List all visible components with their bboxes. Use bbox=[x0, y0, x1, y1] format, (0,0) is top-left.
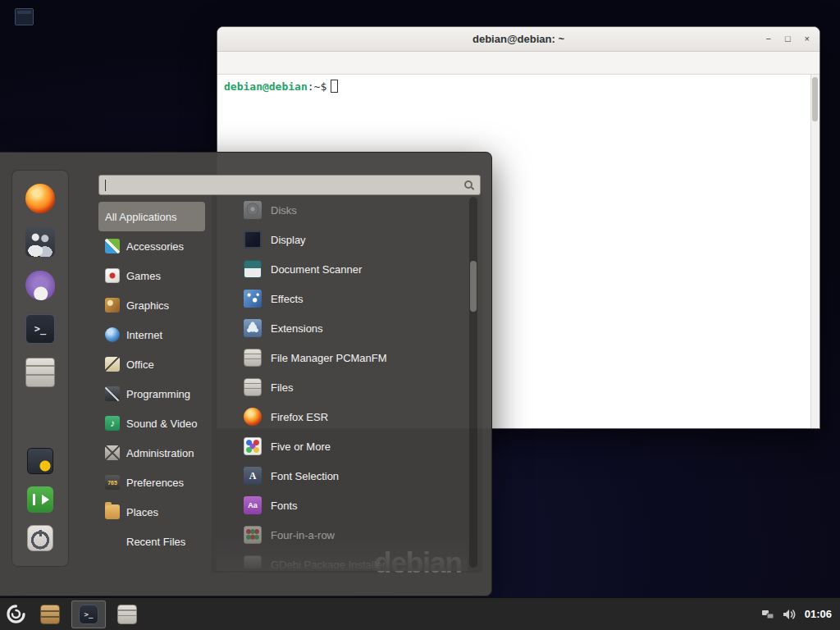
search-icon bbox=[464, 180, 472, 189]
search-box bbox=[98, 175, 481, 195]
category-label: Games bbox=[126, 270, 161, 282]
app-firefox[interactable]: Firefox ESR bbox=[217, 402, 468, 431]
app-label: Font Selection bbox=[271, 470, 339, 482]
category-label: Places bbox=[126, 506, 158, 518]
maximize-button[interactable]: □ bbox=[785, 34, 791, 43]
category-games[interactable]: Games bbox=[98, 261, 205, 290]
minimize-button[interactable]: − bbox=[765, 34, 770, 43]
category-label: Sound & Video bbox=[126, 418, 198, 430]
favorite-pidgin[interactable] bbox=[25, 271, 55, 300]
category-label: Graphics bbox=[126, 299, 169, 312]
prompt-path: :~$ bbox=[308, 80, 326, 93]
firefox-icon bbox=[25, 184, 55, 213]
window-title: debian@debian: ~ bbox=[472, 33, 564, 45]
app-label: Display bbox=[271, 234, 306, 246]
app-files[interactable]: Files bbox=[217, 372, 468, 402]
app-display[interactable]: Display bbox=[217, 225, 468, 254]
category-accessories[interactable]: Accessories bbox=[98, 231, 205, 261]
category-label: All Applications bbox=[105, 211, 176, 223]
category-label: Administration bbox=[126, 447, 194, 459]
category-label: Recent Files bbox=[126, 536, 185, 548]
app-label: Effects bbox=[271, 293, 304, 305]
favorite-contacts[interactable] bbox=[25, 227, 55, 257]
app-fiveormore[interactable]: Five or More bbox=[217, 431, 468, 461]
category-soundvideo[interactable]: Sound & Video bbox=[98, 409, 205, 438]
category-list: All Applications Accessories Games Graph… bbox=[98, 202, 205, 556]
games-icon bbox=[105, 268, 120, 283]
log-out-icon bbox=[27, 486, 53, 513]
session-buttons bbox=[27, 448, 53, 551]
category-graphics[interactable]: Graphics bbox=[98, 290, 205, 320]
display-icon bbox=[244, 231, 262, 249]
session-button-lock-screen[interactable] bbox=[27, 448, 53, 474]
programming-icon bbox=[105, 386, 120, 401]
menu-file[interactable] bbox=[222, 61, 237, 66]
app-pcmanfm[interactable]: File Manager PCManFM bbox=[217, 343, 468, 372]
category-office[interactable]: Office bbox=[98, 349, 205, 379]
app-gdebi[interactable]: GDebi Package Installer bbox=[217, 550, 468, 568]
app-label: GDebi Package Installer bbox=[271, 559, 386, 569]
app-label: Extensions bbox=[271, 322, 323, 335]
taskbar: 01:06 bbox=[0, 597, 840, 630]
terminal-titlebar[interactable]: debian@debian: ~ − □ × bbox=[217, 27, 819, 52]
category-all-applications[interactable]: All Applications bbox=[98, 202, 205, 231]
favorite-terminal[interactable] bbox=[25, 314, 55, 344]
menu-search[interactable] bbox=[272, 61, 286, 66]
menu-edit[interactable] bbox=[239, 61, 253, 66]
app-scanner[interactable]: Document Scanner bbox=[217, 254, 468, 284]
category-administration[interactable]: Administration bbox=[98, 438, 205, 468]
app-label: File Manager PCManFM bbox=[271, 352, 387, 364]
terminal-scrollbar[interactable] bbox=[810, 75, 819, 428]
app-list: Disks Display Document Scanner Effects E… bbox=[217, 195, 468, 568]
search-input[interactable] bbox=[99, 176, 480, 194]
taskbar-launcher-file-manager[interactable] bbox=[33, 600, 67, 628]
category-preferences[interactable]: Preferences bbox=[98, 468, 205, 497]
category-recent-files[interactable]: Recent Files bbox=[98, 527, 205, 556]
volume-icon[interactable] bbox=[783, 609, 797, 620]
favorite-firefox[interactable] bbox=[25, 184, 55, 213]
fonts-icon bbox=[244, 496, 262, 514]
firefox-icon bbox=[244, 408, 262, 426]
scanner-icon bbox=[244, 260, 262, 278]
session-button-log-out[interactable] bbox=[27, 486, 53, 513]
app-fonts[interactable]: Fonts bbox=[217, 491, 468, 520]
close-button[interactable]: × bbox=[805, 34, 810, 43]
app-list-scrollbar[interactable] bbox=[469, 197, 477, 568]
disks-icon bbox=[244, 201, 262, 219]
menu-help[interactable] bbox=[304, 61, 319, 66]
session-button-shut-down[interactable] bbox=[27, 525, 53, 551]
fontselection-icon bbox=[244, 467, 262, 485]
taskbar-launcher-terminal[interactable] bbox=[71, 600, 106, 628]
category-label: Internet bbox=[126, 329, 162, 341]
app-label: Firefox ESR bbox=[271, 411, 328, 423]
fiveormore-icon bbox=[244, 437, 262, 455]
menu-view[interactable] bbox=[255, 61, 270, 66]
files-icon bbox=[117, 605, 137, 624]
app-extensions[interactable]: Extensions bbox=[217, 313, 468, 343]
app-fontselection[interactable]: Font Selection bbox=[217, 461, 468, 491]
menu-terminal[interactable] bbox=[288, 61, 303, 66]
network-icon[interactable] bbox=[761, 609, 774, 620]
category-programming[interactable]: Programming bbox=[98, 379, 205, 409]
category-label: Programming bbox=[126, 388, 190, 400]
terminal-menubar bbox=[217, 52, 819, 75]
taskbar-launcher-files[interactable] bbox=[110, 600, 144, 628]
application-menu: debian bbox=[0, 152, 492, 596]
favorite-file-manager[interactable] bbox=[25, 358, 55, 387]
favorites-list bbox=[25, 184, 55, 387]
app-effects[interactable]: Effects bbox=[217, 284, 468, 313]
app-list-scrollbar-thumb[interactable] bbox=[470, 261, 477, 312]
file-manager-icon bbox=[25, 358, 55, 387]
menu-button[interactable] bbox=[0, 598, 31, 630]
terminal-cursor bbox=[331, 80, 338, 93]
terminal-icon bbox=[25, 314, 55, 344]
category-label: Preferences bbox=[126, 477, 184, 489]
clock[interactable]: 01:06 bbox=[805, 608, 832, 620]
terminal-scrollbar-thumb[interactable] bbox=[812, 77, 818, 121]
category-places[interactable]: Places bbox=[98, 497, 205, 527]
fourinarow-icon bbox=[244, 526, 262, 544]
category-internet[interactable]: Internet bbox=[98, 320, 205, 349]
app-fourinarow[interactable]: Four-in-a-row bbox=[217, 520, 468, 550]
app-disks[interactable]: Disks bbox=[217, 195, 468, 225]
desktop-shortcut[interactable] bbox=[15, 8, 34, 25]
